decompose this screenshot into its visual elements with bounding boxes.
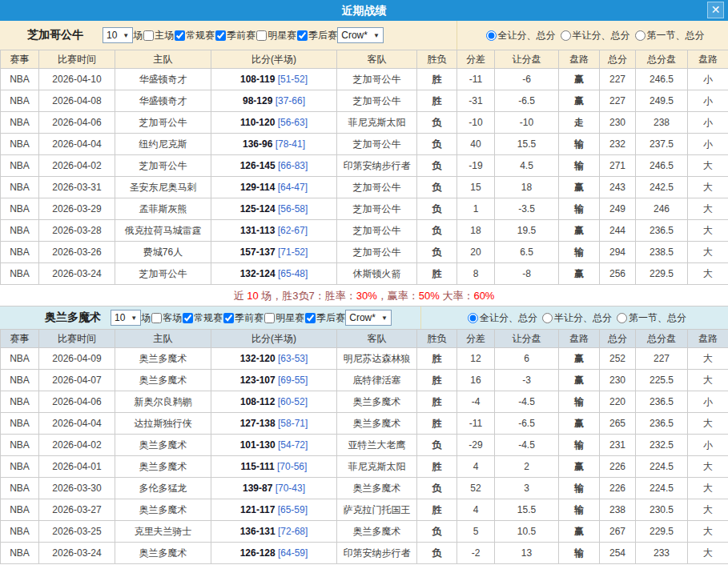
radio-label: 第一节、总分: [647, 29, 705, 42]
game-row: NBA2026-04-04纽约尼克斯136-96 [78-41]芝加哥公牛负40…: [1, 134, 728, 155]
half-score: [58-71]: [278, 418, 308, 429]
checkbox-label: 明星赛: [276, 311, 304, 325]
dialog-title-bar: 近期战绩 ✕: [0, 0, 728, 21]
half-score: [65-48]: [278, 268, 308, 279]
summary-segment: 近: [234, 290, 247, 302]
away-team-cell: 底特律活塞: [337, 370, 417, 391]
over-under-cell: 大: [688, 521, 728, 543]
filter-checkbox[interactable]: 明星赛: [263, 311, 304, 325]
source-select[interactable]: Crow* ▼: [337, 27, 384, 43]
checkbox-input[interactable]: [297, 30, 308, 41]
over-under-cell: 大: [688, 499, 728, 521]
filter-checkbox[interactable]: 主场: [143, 29, 174, 42]
half-score: [71-52]: [278, 246, 308, 258]
checkbox-input[interactable]: [305, 313, 316, 323]
source-select[interactable]: Crow* ▼: [345, 310, 392, 326]
handicap-cell: 15.5: [495, 134, 559, 155]
magic-games-table: 赛事比赛时间主队比分(半场)客队胜负分差让分盘盘路总分总分盘盘路 NBA2026…: [0, 329, 728, 564]
checkbox-input[interactable]: [183, 313, 193, 323]
source-value: Crow*: [349, 312, 376, 323]
home-team-cell: 奥兰多魔术: [115, 499, 211, 521]
handicap-cell: 3: [495, 478, 559, 499]
checkbox-input[interactable]: [143, 30, 154, 41]
game-row: NBA2026-04-06新奥尔良鹈鹕108-112 [60-52]奥兰多魔术胜…: [1, 391, 728, 413]
total-points-cell: 254: [600, 543, 636, 564]
half-score: [51-52]: [278, 74, 308, 85]
filter-checkbox[interactable]: 季后赛: [296, 29, 337, 42]
radio-input[interactable]: [468, 313, 478, 323]
radio-input[interactable]: [486, 30, 497, 41]
stat-mode-radio[interactable]: 全让分、总分: [463, 311, 537, 325]
radio-input[interactable]: [635, 30, 646, 41]
league-cell: NBA: [1, 435, 39, 456]
date-cell: 2026-03-27: [39, 499, 115, 521]
filter-checkbox[interactable]: 季后赛: [304, 311, 345, 325]
away-team-cell: 芝加哥公牛: [337, 220, 417, 242]
checkbox-input[interactable]: [264, 313, 275, 323]
stat-mode-radio[interactable]: 半让分、总分: [537, 311, 612, 325]
final-score: 108-119: [240, 74, 275, 85]
checkbox-input[interactable]: [151, 313, 162, 323]
filter-checkbox[interactable]: 常规赛: [182, 311, 223, 325]
league-cell: NBA: [1, 90, 39, 112]
date-cell: 2026-04-08: [39, 90, 115, 112]
filter-checkbox[interactable]: 常规赛: [174, 29, 215, 42]
half-score: [70-56]: [277, 461, 307, 472]
date-cell: 2026-04-02: [39, 435, 115, 456]
handicap-cell: -8: [495, 263, 559, 285]
checkbox-label: 客场: [163, 311, 182, 325]
point-diff-cell: -4: [457, 391, 495, 413]
handicap-outcome-cell: 输: [559, 198, 600, 220]
column-header: 比分(半场): [211, 50, 337, 69]
filter-checkbox[interactable]: 明星赛: [255, 29, 296, 42]
checkbox-input[interactable]: [215, 30, 226, 41]
league-cell: NBA: [1, 478, 39, 499]
total-line-cell: 229.5: [636, 263, 688, 285]
date-cell: 2026-04-06: [39, 391, 115, 413]
stat-mode-radio[interactable]: 第一节、总分: [630, 29, 705, 42]
away-team-cell: 芝加哥公牛: [337, 198, 417, 220]
column-header: 胜负: [417, 50, 457, 69]
over-under-cell: 小: [688, 69, 728, 90]
games-count-select[interactable]: 10 ▼: [103, 27, 133, 43]
away-team-cell: 印第安纳步行者: [337, 543, 417, 564]
checkbox-label: 季后赛: [316, 311, 345, 325]
stat-mode-radio[interactable]: 半让分、总分: [556, 29, 630, 42]
close-button[interactable]: ✕: [707, 2, 724, 18]
home-team-cell: 俄克拉荷马城雷霆: [115, 220, 211, 242]
filter-checkbox-group: 客场常规赛季前赛明星赛季后赛: [151, 311, 345, 325]
date-cell: 2026-04-02: [39, 155, 115, 177]
half-score: [65-59]: [278, 504, 308, 515]
games-suffix-label: 场: [141, 311, 151, 325]
league-cell: NBA: [1, 242, 39, 263]
recent-results-dialog: 近期战绩 ✕ 芝加哥公牛 10 ▼ 场 主场常规赛季前赛明星赛季后赛 Crow*…: [0, 0, 728, 581]
checkbox-input[interactable]: [256, 30, 267, 41]
handicap-cell: -3: [495, 370, 559, 391]
game-row: NBA2026-04-09奥兰多魔术132-120 [63-53]明尼苏达森林狼…: [1, 348, 728, 370]
filter-checkbox[interactable]: 客场: [151, 311, 182, 325]
point-diff-cell: -31: [457, 90, 495, 112]
total-points-cell: 238: [600, 499, 636, 521]
total-points-cell: 226: [600, 456, 636, 478]
radio-input[interactable]: [617, 313, 627, 323]
checkbox-input[interactable]: [175, 30, 185, 41]
column-header: 赛事: [1, 330, 39, 348]
games-count-select[interactable]: 10 ▼: [111, 310, 141, 326]
result-cell: 胜: [417, 456, 457, 478]
stat-mode-radio[interactable]: 第一节、总分: [612, 311, 686, 325]
filter-checkbox[interactable]: 季前赛: [215, 29, 255, 42]
over-under-cell: 大: [688, 543, 728, 564]
filter-checkbox[interactable]: 季前赛: [223, 311, 263, 325]
over-under-cell: 大: [688, 220, 728, 242]
checkbox-input[interactable]: [223, 313, 234, 323]
radio-input[interactable]: [561, 30, 571, 41]
radio-input[interactable]: [542, 313, 553, 323]
stat-mode-radio[interactable]: 全让分、总分: [481, 29, 556, 42]
caret-down-icon: ▼: [131, 315, 137, 322]
column-header: 盘路: [559, 50, 600, 69]
league-cell: NBA: [1, 263, 39, 285]
summary-segment: 场，胜3负7：胜率：: [259, 290, 356, 302]
total-points-cell: 267: [600, 521, 636, 543]
over-under-cell: 小: [688, 134, 728, 155]
final-score: 125-124: [240, 203, 276, 214]
